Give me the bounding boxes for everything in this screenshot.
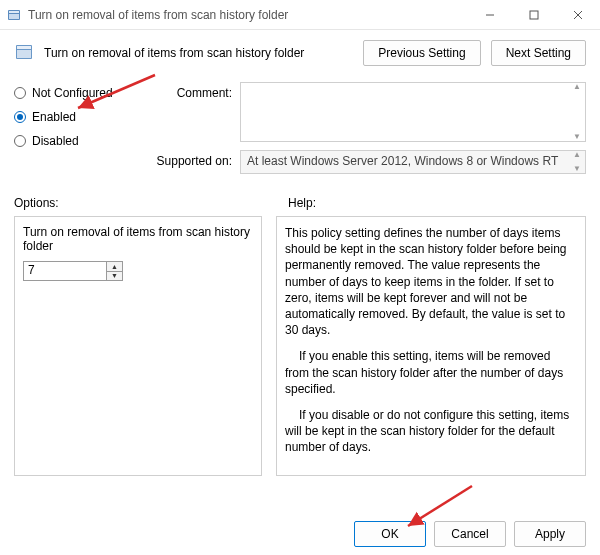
svg-rect-1 [9, 11, 19, 13]
scroll-arrows[interactable]: ▲▼ [569, 151, 585, 173]
help-paragraph: This policy setting defines the number o… [285, 225, 577, 338]
cancel-button[interactable]: Cancel [434, 521, 506, 547]
help-label: Help: [274, 196, 586, 210]
maximize-button[interactable] [512, 0, 556, 30]
help-pane: This policy setting defines the number o… [276, 216, 586, 476]
spinner-down-icon[interactable]: ▼ [107, 271, 122, 281]
radio-enabled[interactable]: Enabled [14, 110, 134, 124]
days-value[interactable]: 7 [24, 262, 106, 280]
svg-line-11 [408, 486, 472, 526]
scroll-arrows[interactable]: ▲▼ [569, 83, 585, 141]
app-icon [6, 7, 22, 23]
supported-on-value: At least Windows Server 2012, Windows 8 … [240, 150, 586, 174]
radio-icon [14, 135, 26, 147]
close-button[interactable] [556, 0, 600, 30]
radio-not-configured[interactable]: Not Configured [14, 86, 134, 100]
supported-text: At least Windows Server 2012, Windows 8 … [247, 154, 558, 168]
panes: Turn on removal of items from scan histo… [0, 216, 600, 484]
radio-label: Disabled [32, 134, 79, 148]
option-title: Turn on removal of items from scan histo… [23, 225, 253, 253]
help-paragraph: If you enable this setting, items will b… [285, 348, 577, 397]
svg-rect-4 [530, 11, 538, 19]
help-paragraph: If you disable or do not configure this … [285, 407, 577, 456]
section-labels: Options: Help: [0, 182, 600, 216]
window-title: Turn on removal of items from scan histo… [22, 8, 468, 22]
apply-button[interactable]: Apply [514, 521, 586, 547]
policy-icon [14, 42, 34, 65]
svg-rect-8 [17, 46, 31, 49]
comment-label: Comment: [152, 82, 232, 100]
dialog-buttons: OK Cancel Apply [0, 521, 600, 547]
spinner-buttons: ▲ ▼ [106, 262, 122, 280]
previous-setting-button[interactable]: Previous Setting [363, 40, 480, 66]
minimize-button[interactable] [468, 0, 512, 30]
options-label: Options: [14, 196, 274, 210]
days-spinner[interactable]: 7 ▲ ▼ [23, 261, 123, 281]
svg-rect-2 [9, 14, 19, 19]
radio-label: Enabled [32, 110, 76, 124]
ok-button[interactable]: OK [354, 521, 426, 547]
titlebar: Turn on removal of items from scan histo… [0, 0, 600, 30]
spinner-up-icon[interactable]: ▲ [107, 262, 122, 271]
policy-title: Turn on removal of items from scan histo… [44, 46, 353, 60]
radio-icon [14, 111, 26, 123]
radio-disabled[interactable]: Disabled [14, 134, 134, 148]
svg-rect-9 [17, 50, 31, 58]
fields: Comment: ▲▼ Supported on: At least Windo… [152, 82, 586, 174]
config-area: Not Configured Enabled Disabled Comment:… [0, 78, 600, 182]
options-pane: Turn on removal of items from scan histo… [14, 216, 262, 476]
radio-icon [14, 87, 26, 99]
radio-label: Not Configured [32, 86, 113, 100]
state-radios: Not Configured Enabled Disabled [14, 82, 134, 174]
supported-label: Supported on: [152, 150, 232, 168]
comment-textarea[interactable]: ▲▼ [240, 82, 586, 142]
header: Turn on removal of items from scan histo… [0, 30, 600, 78]
next-setting-button[interactable]: Next Setting [491, 40, 586, 66]
